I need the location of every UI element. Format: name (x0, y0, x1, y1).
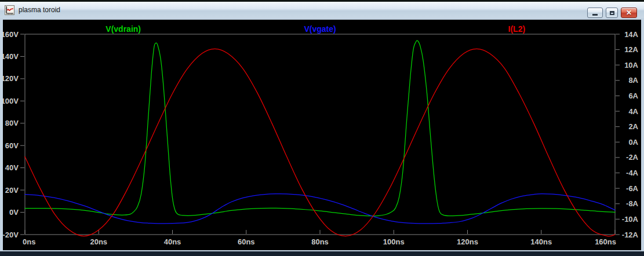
right-axis-tick-label: -6A (626, 184, 639, 193)
bottom-axis-tick-label: 80ns (311, 237, 329, 246)
left-axis-tick-label: 80V (5, 119, 19, 127)
close-icon: ✕ (626, 9, 632, 16)
right-axis-tick-label: -12A (622, 231, 639, 239)
window-titlebar[interactable]: plasma toroid ✕ (0, 2, 644, 18)
bottom-axis-tick-label: 20ns (90, 237, 107, 246)
bottom-axis-tick-label: 120ns (457, 237, 478, 246)
right-axis-tick-label: -8A (626, 199, 639, 208)
trace-label-vvdrain[interactable]: V(vdrain) (105, 24, 141, 34)
left-axis-tick-label: 60V (5, 141, 19, 150)
left-axis-tick-label: 0V (9, 208, 19, 217)
right-axis-tick-label: 8A (628, 76, 638, 85)
bottom-axis-tick-label: 60ns (238, 237, 255, 246)
right-axis-tick-label: 4A (628, 107, 638, 116)
right-axis-tick-label: 0A (628, 138, 638, 147)
right-axis-tick-label: 14A (624, 30, 638, 39)
bottom-axis-tick-label: 160ns (595, 237, 616, 246)
left-axis-tick-label: -20V (3, 231, 19, 239)
background-strip (0, 251, 644, 256)
ltspice-waveform-icon (5, 5, 14, 15)
waveform-window: plasma toroid ✕ 160V140V120V100V80V60V40… (0, 2, 644, 251)
left-axis-tick-label: 40V (5, 163, 19, 172)
right-axis-tick-label: 6A (628, 92, 638, 100)
trace-vvdrain[interactable] (25, 41, 615, 216)
left-axis-tick-label: 100V (3, 97, 19, 105)
bottom-axis-tick-label: 40ns (164, 237, 181, 246)
desktop-background: plasma toroid ✕ 160V140V120V100V80V60V40… (0, 0, 644, 256)
trace-il2[interactable] (25, 49, 615, 236)
minimize-icon (592, 14, 598, 16)
left-axis-tick-label: 20V (5, 186, 19, 195)
trace-label-il2[interactable]: I(L2) (508, 24, 526, 34)
window-controls: ✕ (587, 8, 637, 18)
bottom-axis-tick-label: 140ns (530, 237, 552, 246)
minimize-button[interactable] (587, 8, 603, 18)
left-axis-tick-label: 140V (3, 52, 19, 61)
right-axis-tick-label: 10A (624, 61, 638, 70)
right-axis-tick-label: -4A (626, 169, 639, 177)
right-axis-tick-label: 2A (628, 122, 638, 131)
left-axis-tick-label: 120V (3, 74, 19, 83)
close-button[interactable]: ✕ (621, 8, 637, 18)
left-axis-tick-label: 160V (3, 30, 19, 39)
right-axis-tick-label: 12A (624, 45, 638, 54)
restore-icon (610, 11, 614, 15)
bottom-axis-tick-label: 100ns (383, 237, 405, 246)
waveform-plot-pane[interactable]: 160V140V120V100V80V60V40V20V0V-20V14A12A… (3, 20, 641, 250)
right-axis-tick-label: -10A (622, 215, 639, 224)
plot-svg: 160V140V120V100V80V60V40V20V0V-20V14A12A… (3, 20, 641, 250)
trace-label-vvgate[interactable]: V(vgate) (304, 24, 336, 34)
plot-frame (25, 34, 615, 235)
restore-button[interactable] (606, 8, 618, 18)
right-axis-tick-label: -2A (626, 153, 639, 162)
window-title: plasma toroid (19, 2, 60, 18)
bottom-axis-tick-label: 0ns (23, 237, 35, 246)
